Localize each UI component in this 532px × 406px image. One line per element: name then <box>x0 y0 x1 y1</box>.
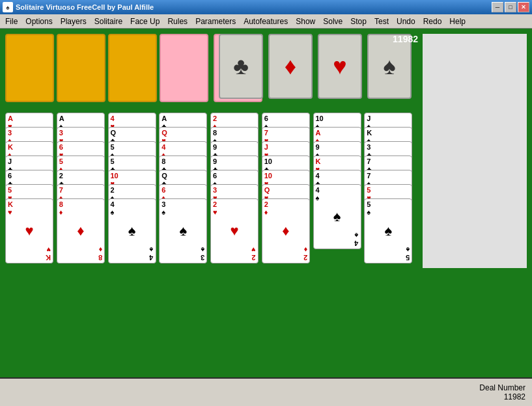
card-suit-center: ♠ <box>384 223 392 239</box>
card-suit-center: ♥ <box>230 223 238 239</box>
card-rank-bottom: 4♠ <box>149 246 153 262</box>
title-bar: ♠ Solitaire Virtuoso FreeCell by Paul Al… <box>0 0 532 14</box>
menu-item-undo[interactable]: Undo <box>393 16 419 27</box>
score-display: 11982 <box>393 34 418 44</box>
tableau-column-5: 2♦2♦♦8♠8♠♠9♣9♣♣9♣9♣♣6♠6♠♠3♥3♥♥2♥2♥♥ <box>210 113 259 373</box>
menu-item-autofeatures[interactable]: Autofeatures <box>240 16 292 27</box>
menu-item-solve[interactable]: Solve <box>319 16 346 27</box>
free-slot-2[interactable] <box>57 34 105 102</box>
tableau-column-3: 4♥4♥♥Q♣Q♣♣5♠5♠♠5♣5♣♣10♥10♥♥2♠2♠♠4♠4♠♠ <box>108 113 157 373</box>
free-slot-1[interactable] <box>5 34 54 102</box>
card-rank-top: 4♠ <box>111 200 115 216</box>
menu-item-help[interactable]: Help <box>445 16 469 27</box>
menu-item-test[interactable]: Test <box>371 16 393 27</box>
menu-item-face up[interactable]: Face Up <box>126 16 163 27</box>
foundation-hearts[interactable]: ♥ <box>318 34 362 99</box>
card-2♥[interactable]: 2♥2♥♥ <box>210 198 259 264</box>
card-suit-center: ♦ <box>77 223 84 239</box>
tableau: A♥A♥♥3♦3♦♦K♦K♦♦J♣J♣♣6♣6♣♣5♥5♥♥K♥K♥♥A♠A♠♠… <box>0 110 418 375</box>
foundations: ♣ ♦ ♥ ♠ <box>219 34 412 99</box>
card-rank-top: 4♠ <box>316 186 320 202</box>
card-rank-bottom: 8♦ <box>98 246 102 262</box>
menu-item-parameters[interactable]: Parameters <box>191 16 240 27</box>
menu-item-redo[interactable]: Redo <box>419 16 446 27</box>
menu-item-rules[interactable]: Rules <box>163 16 191 27</box>
card-3♠[interactable]: 3♠3♠♠ <box>159 198 207 264</box>
card-suit-center: ♠ <box>179 223 187 239</box>
card-rank-top: 5♠ <box>367 200 371 216</box>
maximize-button[interactable]: □ <box>505 2 516 12</box>
card-rank-top: K♥ <box>8 200 13 216</box>
game-area: ♣ ♦ ♥ ♠ 11982 A♥A♥♥3♦3♦♦K♦K♦♦J♣J♣♣6♣6♣♣5… <box>0 29 532 406</box>
card-K♥[interactable]: K♥K♥♥ <box>5 198 53 264</box>
card-suit-center: ♥ <box>25 223 33 239</box>
menu-bar: FileOptionsPlayersSolitaireFace UpRulesP… <box>0 14 532 29</box>
close-button[interactable]: ✕ <box>518 2 529 12</box>
card-5♠[interactable]: 5♠5♠♠ <box>364 198 412 264</box>
tableau-column-6: 6♠6♠♠7♥7♥♥J♥J♥♥10♣10♣♣10♥10♥♥Q♥Q♥♥2♦2♦♦ <box>262 113 311 373</box>
card-rank-top: 2♦ <box>264 200 268 216</box>
card-rank-bottom: K♥ <box>46 246 51 262</box>
menu-item-file[interactable]: File <box>1 16 21 27</box>
window-controls: ─ □ ✕ <box>492 2 529 12</box>
foundation-clubs[interactable]: ♣ <box>219 34 263 99</box>
free-slot-4[interactable] <box>160 34 208 102</box>
card-rank-bottom: 4♠ <box>354 232 358 247</box>
card-4♠[interactable]: 4♠4♠♠ <box>313 184 361 249</box>
menu-item-solitaire[interactable]: Solitaire <box>91 16 126 27</box>
status-bar: Deal Number 11982 <box>0 377 532 406</box>
card-2♦[interactable]: 2♦2♦♦ <box>262 198 310 264</box>
tableau-column-2: A♠A♠♠3♥3♥♥6♥6♥♥5♦5♦♦2♣2♣♣7♦7♦♦8♦8♦♦ <box>57 113 105 373</box>
free-slot-3[interactable] <box>108 34 157 102</box>
window-title: Solitaire Virtuoso FreeCell by Paul Alfi… <box>16 3 492 11</box>
free-cells <box>5 34 208 102</box>
tableau-column-4: A♣A♣♣Q♥Q♥♥4♦4♦♦8♣8♣♣Q♣Q♣♣6♦6♦♦3♠3♠♠ <box>159 113 208 373</box>
deal-number-display: Deal Number 11982 <box>479 383 525 401</box>
card-rank-bottom: 2♦ <box>303 246 307 262</box>
card-suit-center: ♦ <box>282 223 289 239</box>
foundation-diamonds[interactable]: ♦ <box>268 34 313 99</box>
menu-item-players[interactable]: Players <box>57 16 91 27</box>
menu-item-stop[interactable]: Stop <box>346 16 371 27</box>
card-rank-bottom: 5♠ <box>406 246 410 262</box>
menu-item-show[interactable]: Show <box>292 16 319 27</box>
app-icon: ♠ <box>3 2 13 12</box>
tableau-column-7: 10♠10♠♠A♦A♦♦9♠9♠♠K♥K♥♥4♣4♣♣4♠4♠♠ <box>313 113 362 373</box>
score-panel <box>423 34 527 268</box>
card-rank-top: 8♦ <box>59 200 63 216</box>
card-rank-top: 3♠ <box>161 200 165 216</box>
card-4♠[interactable]: 4♠4♠♠ <box>108 198 156 264</box>
menu-item-options[interactable]: Options <box>21 16 56 27</box>
minimize-button[interactable]: ─ <box>492 2 503 12</box>
card-rank-bottom: 2♥ <box>251 246 256 262</box>
tableau-column-1: A♥A♥♥3♦3♦♦K♦K♦♦J♣J♣♣6♣6♣♣5♥5♥♥K♥K♥♥ <box>5 113 54 373</box>
card-rank-bottom: 3♠ <box>201 246 204 262</box>
card-suit-center: ♠ <box>128 223 136 239</box>
tableau-column-8: J♠J♠♠K♠K♠♠3♣3♣♣7♣7♣♣7♠7♠♠5♥5♥♥5♠5♠♠ <box>364 113 413 373</box>
card-suit-center: ♠ <box>333 208 341 225</box>
card-8♦[interactable]: 8♦8♦♦ <box>57 198 105 264</box>
card-rank-top: 2♥ <box>213 200 217 216</box>
